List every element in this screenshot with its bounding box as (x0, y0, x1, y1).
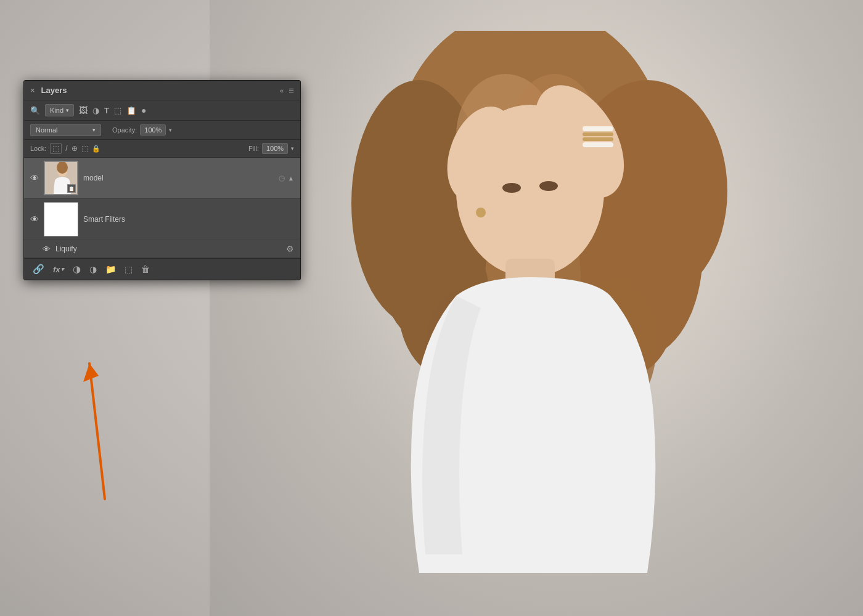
model-filter-icon: ◷ (279, 174, 285, 182)
smart-filters-row[interactable]: 👁 Smart Filters (24, 199, 300, 240)
liquify-name: Liquify (55, 245, 286, 253)
smart-filters-container: 👁 Smart Filters 👁 Liquify ⚙ (24, 199, 300, 258)
filter-shape-icon[interactable]: ⬚ (114, 106, 121, 115)
svg-rect-18 (583, 142, 613, 147)
opacity-label: Opacity: (112, 126, 137, 134)
kind-dropdown-arrow: ▾ (66, 107, 69, 113)
kind-dropdown[interactable]: Kind ▾ (45, 104, 74, 116)
layers-panel: × Layers « ≡ 🔍 Kind ▾ 🖼 ◑ T ⬚ 📋 ● Normal… (23, 80, 301, 280)
fx-label: fx (53, 265, 60, 274)
layers-list: 👁 📋 model ◷ ▲ (24, 158, 300, 258)
opacity-value[interactable]: 100% (140, 124, 166, 136)
filter-fill-icon[interactable]: ● (141, 105, 146, 115)
smart-filters-visibility-icon[interactable]: 👁 (30, 214, 39, 224)
lock-label: Lock: (30, 145, 46, 152)
panel-title: Layers (41, 86, 280, 95)
blend-mode-arrow: ▾ (92, 127, 96, 133)
model-layer-name: model (83, 174, 279, 182)
liquify-row[interactable]: 👁 Liquify ⚙ (24, 240, 300, 257)
add-group-icon[interactable]: 📁 (105, 264, 116, 274)
blend-mode-row: Normal ▾ Opacity: 100% ▾ (24, 121, 300, 140)
add-adjustment-icon[interactable]: ◑ (89, 264, 97, 274)
blend-mode-label: Normal (36, 126, 57, 134)
lock-pixels-icon[interactable]: ⬚ (50, 143, 62, 154)
filter-row: 🔍 Kind ▾ 🖼 ◑ T ⬚ 📋 ● (24, 100, 300, 121)
add-mask-icon[interactable]: ◑ (73, 264, 81, 275)
smart-filters-thumbnail (44, 202, 78, 237)
model-visibility-icon[interactable]: 👁 (30, 173, 39, 183)
blend-mode-dropdown[interactable]: Normal ▾ (30, 124, 101, 136)
woman-illustration (247, 31, 789, 616)
link-layers-icon[interactable]: 🔗 (33, 264, 44, 275)
lock-row: Lock: ⬚ / ⊕ ⬚ 🔒 Fill: 100% ▾ (24, 140, 300, 158)
model-layer-icons: ◷ ▲ (279, 174, 294, 182)
fill-arrow[interactable]: ▾ (291, 145, 294, 152)
smart-object-badge: 📋 (67, 184, 76, 193)
opacity-arrow[interactable]: ▾ (169, 127, 172, 133)
liquify-options-icon[interactable]: ⚙ (286, 244, 294, 254)
kind-label: Kind (50, 107, 63, 114)
opacity-group: Opacity: 100% ▾ (112, 124, 172, 136)
lock-position-icon[interactable]: ⊕ (72, 144, 78, 153)
fill-label: Fill: (248, 145, 259, 152)
layer-item-model[interactable]: 👁 📋 model ◷ ▲ (24, 158, 300, 199)
photo-background (210, 0, 863, 616)
panel-menu-icon[interactable]: ≡ (288, 85, 294, 95)
filter-image-icon[interactable]: 🖼 (79, 105, 88, 115)
filter-smartobject-icon[interactable]: 📋 (126, 106, 136, 115)
liquify-visibility-icon[interactable]: 👁 (43, 245, 51, 254)
svg-rect-17 (583, 137, 613, 141)
svg-rect-15 (583, 126, 613, 131)
svg-point-20 (502, 183, 521, 193)
svg-point-19 (476, 208, 486, 217)
add-layer-mask-icon[interactable]: ⬚ (125, 264, 133, 274)
svg-point-21 (539, 181, 558, 191)
filter-text-icon[interactable]: T (104, 106, 109, 115)
close-button[interactable]: × (30, 86, 35, 95)
panel-titlebar: × Layers « ≡ (24, 81, 300, 100)
search-icon: 🔍 (30, 106, 40, 115)
model-thumbnail: 📋 (44, 161, 78, 195)
model-expand-icon[interactable]: ▲ (288, 175, 294, 182)
fill-value[interactable]: 100% (262, 143, 288, 154)
panel-toolbar: 🔗 fx ▾ ◑ ◑ 📁 ⬚ 🗑 (24, 258, 300, 280)
smart-filters-name: Smart Filters (83, 215, 294, 224)
lock-paint-icon[interactable]: / (65, 144, 67, 153)
svg-rect-16 (583, 132, 613, 136)
lock-artboard-icon[interactable]: ⬚ (81, 144, 88, 153)
collapse-button[interactable]: « (280, 87, 284, 94)
delete-layer-icon[interactable]: 🗑 (141, 264, 150, 274)
lock-all-icon[interactable]: 🔒 (92, 145, 100, 153)
fill-group: Fill: 100% ▾ (248, 143, 294, 154)
filter-adjustment-icon[interactable]: ◑ (92, 106, 99, 115)
fx-button[interactable]: fx ▾ (53, 265, 64, 274)
